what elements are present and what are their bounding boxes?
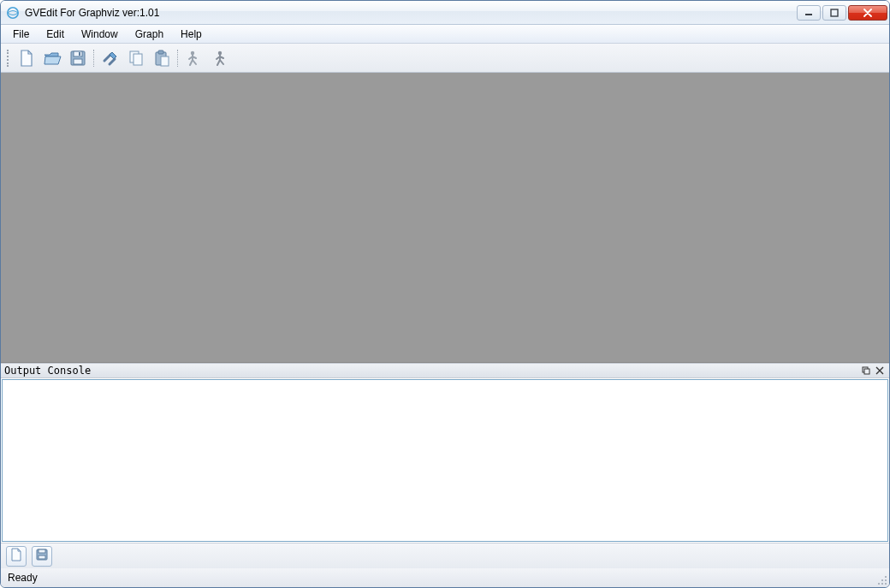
window-title: GVEdit For Graphviz ver:1.01: [25, 7, 159, 19]
run-button[interactable]: [182, 46, 206, 70]
settings-icon: [101, 49, 120, 68]
titlebar[interactable]: GVEdit For Graphviz ver:1.01: [1, 1, 889, 25]
run-all-button[interactable]: [208, 46, 232, 70]
menubar: File Edit Window Graph Help: [1, 25, 889, 44]
maximize-button[interactable]: [822, 5, 846, 21]
menu-help[interactable]: Help: [172, 25, 211, 43]
dock-float-button[interactable]: [860, 365, 872, 377]
app-window: GVEdit For Graphviz ver:1.01 File Edit W…: [0, 0, 890, 588]
svg-point-0: [8, 7, 18, 17]
run-all-icon: [211, 49, 229, 68]
output-console-header[interactable]: Output Console: [1, 363, 889, 378]
paste-button[interactable]: [150, 46, 174, 70]
svg-point-23: [881, 583, 883, 585]
svg-rect-18: [39, 555, 45, 559]
dock-close-button[interactable]: [874, 365, 886, 377]
output-console-title: Output Console: [4, 365, 91, 377]
toolbar-separator: [175, 48, 181, 68]
svg-rect-1: [805, 14, 812, 15]
svg-rect-8: [134, 54, 142, 65]
menu-window[interactable]: Window: [73, 25, 127, 43]
app-icon: [6, 6, 20, 20]
svg-point-19: [885, 576, 887, 578]
open-folder-icon: [43, 49, 62, 68]
menu-edit[interactable]: Edit: [38, 25, 73, 43]
close-button[interactable]: [848, 5, 887, 21]
svg-point-20: [881, 579, 883, 581]
paste-icon: [152, 49, 171, 68]
new-file-icon: [9, 548, 23, 564]
svg-rect-15: [864, 369, 869, 374]
settings-button[interactable]: [98, 46, 122, 70]
svg-rect-10: [158, 50, 163, 54]
svg-rect-17: [39, 549, 45, 553]
open-file-button[interactable]: [40, 46, 64, 70]
window-controls: [797, 5, 887, 21]
save-icon: [35, 548, 49, 564]
copy-button[interactable]: [124, 46, 148, 70]
copy-icon: [127, 49, 145, 68]
svg-rect-11: [161, 56, 169, 66]
svg-rect-2: [831, 9, 838, 16]
svg-point-22: [878, 583, 880, 585]
status-text: Ready: [8, 572, 38, 584]
toolbar: [1, 44, 889, 73]
menu-file[interactable]: File: [4, 25, 38, 43]
menu-graph[interactable]: Graph: [127, 25, 172, 43]
svg-rect-5: [74, 59, 82, 64]
toolbar-separator: [92, 48, 97, 68]
save-button[interactable]: [66, 46, 90, 70]
mdi-area[interactable]: [1, 73, 889, 363]
new-file-icon: [17, 49, 36, 68]
statusbar: Ready: [1, 568, 889, 587]
svg-point-21: [885, 579, 887, 581]
size-grip[interactable]: [875, 573, 887, 585]
svg-rect-4: [74, 51, 82, 56]
svg-point-24: [885, 583, 887, 585]
run-icon: [185, 49, 204, 68]
svg-rect-6: [79, 52, 80, 56]
new-file-button[interactable]: [15, 46, 39, 70]
bottom-toolbar: [1, 543, 889, 568]
bottom-save-button[interactable]: [32, 546, 52, 567]
save-icon: [68, 49, 87, 68]
output-console[interactable]: [2, 379, 888, 542]
toolbar-handle[interactable]: [6, 48, 11, 68]
bottom-new-button[interactable]: [6, 546, 27, 567]
minimize-button[interactable]: [797, 5, 821, 21]
